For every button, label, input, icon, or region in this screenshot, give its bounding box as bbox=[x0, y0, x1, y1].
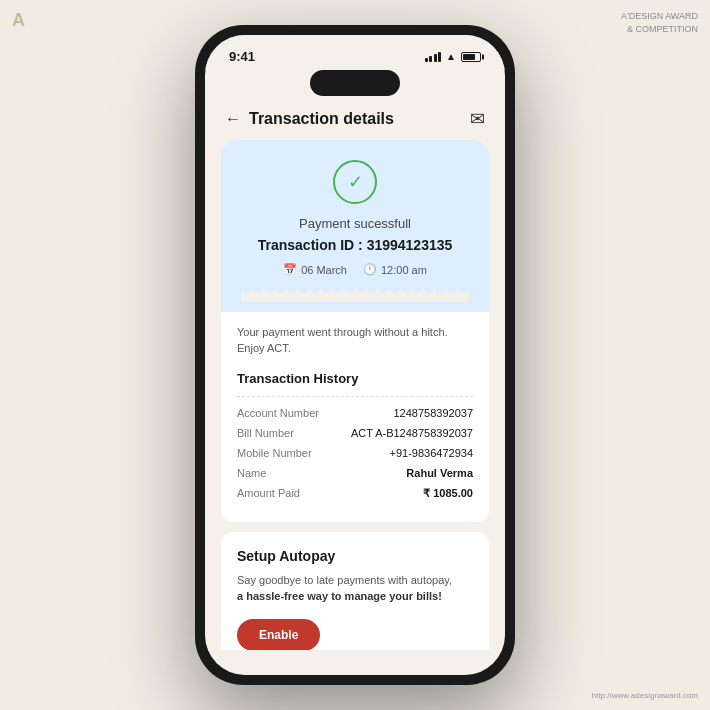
brand-url: http://www.adesignaward.com bbox=[592, 691, 698, 700]
brand-logo: A'DESIGN AWARD& COMPETITION bbox=[621, 10, 698, 35]
value-account-number: 1248758392037 bbox=[393, 407, 473, 419]
time-item: 🕛 12:00 am bbox=[363, 263, 427, 276]
section-divider bbox=[237, 396, 473, 397]
table-row: Amount Paid ₹ 1085.00 bbox=[237, 487, 473, 500]
info-section: Your payment went through without a hitc… bbox=[221, 312, 489, 522]
dynamic-island bbox=[310, 70, 400, 96]
autopay-description: Say goodbye to late payments with autopa… bbox=[237, 572, 473, 605]
value-amount-paid: ₹ 1085.00 bbox=[423, 487, 473, 500]
success-checkmark-icon: ✓ bbox=[333, 160, 377, 204]
value-bill-number: ACT A-B1248758392037 bbox=[351, 427, 473, 439]
table-row: Bill Number ACT A-B1248758392037 bbox=[237, 427, 473, 439]
email-icon[interactable]: ✉ bbox=[470, 108, 485, 130]
value-mobile-number: +91-9836472934 bbox=[390, 447, 474, 459]
info-text: Your payment went through without a hitc… bbox=[237, 324, 473, 357]
label-bill-number: Bill Number bbox=[237, 427, 294, 439]
wifi-icon: ▲ bbox=[446, 51, 456, 62]
status-bar: 9:41 ▲ bbox=[205, 35, 505, 70]
value-name: Rahul Verma bbox=[406, 467, 473, 479]
phone-screen: 9:41 ▲ ← Transaction details bbox=[205, 35, 505, 675]
a-design-logo: A bbox=[12, 10, 25, 31]
transaction-id: Transaction ID : 31994123135 bbox=[241, 237, 469, 253]
app-header: ← Transaction details ✉ bbox=[205, 100, 505, 140]
wavy-divider bbox=[241, 288, 469, 302]
label-name: Name bbox=[237, 467, 266, 479]
back-button[interactable]: ← Transaction details bbox=[225, 110, 394, 128]
autopay-title: Setup Autopay bbox=[237, 548, 473, 564]
table-row: Account Number 1248758392037 bbox=[237, 407, 473, 419]
enable-autopay-button[interactable]: Enable bbox=[237, 619, 320, 650]
label-amount-paid: Amount Paid bbox=[237, 487, 300, 499]
back-arrow-icon: ← bbox=[225, 110, 241, 128]
date-value: 06 March bbox=[301, 264, 347, 276]
calendar-icon: 📅 bbox=[283, 263, 297, 276]
phone-shell: 9:41 ▲ ← Transaction details bbox=[195, 25, 515, 685]
transaction-history-title: Transaction History bbox=[237, 371, 473, 386]
autopay-card: Setup Autopay Say goodbye to late paymen… bbox=[221, 532, 489, 650]
label-account-number: Account Number bbox=[237, 407, 319, 419]
table-row: Name Rahul Verma bbox=[237, 467, 473, 479]
status-time: 9:41 bbox=[229, 49, 255, 64]
signal-icon bbox=[425, 52, 442, 62]
label-mobile-number: Mobile Number bbox=[237, 447, 312, 459]
clock-icon: 🕛 bbox=[363, 263, 377, 276]
time-value: 12:00 am bbox=[381, 264, 427, 276]
page-title: Transaction details bbox=[249, 110, 394, 128]
main-content: ✓ Payment sucessfull Transaction ID : 31… bbox=[205, 140, 505, 650]
success-card: ✓ Payment sucessfull Transaction ID : 31… bbox=[221, 140, 489, 312]
date-item: 📅 06 March bbox=[283, 263, 347, 276]
payment-status: Payment sucessfull bbox=[241, 216, 469, 231]
status-icons: ▲ bbox=[425, 51, 481, 62]
table-row: Mobile Number +91-9836472934 bbox=[237, 447, 473, 459]
date-time-row: 📅 06 March 🕛 12:00 am bbox=[241, 263, 469, 276]
battery-icon bbox=[461, 52, 481, 62]
